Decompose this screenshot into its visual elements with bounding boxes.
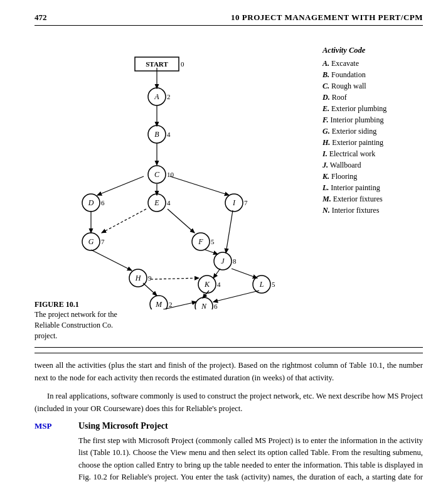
svg-text:5: 5 bbox=[211, 238, 215, 245]
legend-item-G: G. Exterior siding bbox=[323, 126, 423, 137]
page-title: 10 PROJECT MANAGEMENT WITH PERT/CPM bbox=[231, 13, 423, 23]
legend-item-B: B. Foundation bbox=[323, 69, 423, 80]
svg-text:F: F bbox=[198, 237, 203, 246]
legend-title: Activity Code bbox=[323, 46, 423, 55]
legend-item-C: C. Rough wall bbox=[323, 80, 423, 92]
svg-text:8: 8 bbox=[233, 257, 237, 265]
legend-item-H: H. Exterior painting bbox=[323, 137, 423, 148]
svg-text:C: C bbox=[154, 170, 160, 179]
svg-text:A: A bbox=[154, 92, 159, 101]
svg-text:N: N bbox=[201, 302, 207, 309]
legend-item-L: L. Interior painting bbox=[323, 182, 423, 193]
svg-text:G: G bbox=[88, 237, 94, 246]
legend-item-D: D. Roof bbox=[323, 92, 423, 103]
svg-text:M: M bbox=[155, 300, 163, 309]
svg-text:K: K bbox=[204, 280, 210, 289]
legend-item-E: E. Exterior plumbing bbox=[323, 103, 423, 114]
text-paragraph-1: tween all the activities (plus the start… bbox=[35, 360, 423, 384]
svg-line-10 bbox=[91, 250, 132, 270]
svg-line-12 bbox=[143, 283, 157, 296]
svg-text:4: 4 bbox=[167, 199, 171, 206]
text-section: tween all the activities (plus the start… bbox=[35, 353, 423, 482]
svg-text:L: L bbox=[259, 280, 264, 289]
svg-line-9 bbox=[226, 210, 233, 253]
legend-item-N: N. Interior fixtures bbox=[323, 205, 423, 216]
svg-line-17 bbox=[203, 291, 209, 298]
svg-text:D: D bbox=[88, 198, 94, 207]
legend-item-K: K. Flooring bbox=[323, 171, 423, 182]
legend-item-M: M. Exterior fixtures bbox=[323, 193, 423, 205]
svg-line-18 bbox=[213, 291, 259, 302]
figure-caption-text: The project network for the Reliable Con… bbox=[35, 309, 135, 341]
svg-text:H: H bbox=[135, 274, 142, 282]
svg-text:2: 2 bbox=[167, 93, 171, 100]
svg-line-7 bbox=[102, 209, 146, 233]
svg-line-14 bbox=[213, 269, 220, 278]
svg-text:4: 4 bbox=[167, 131, 171, 138]
legend-item-J: J. Wallboard bbox=[323, 159, 423, 171]
figure-section: START 0 A 2 B 4 C 10 D 6 bbox=[35, 33, 423, 312]
network-diagram: START 0 A 2 B 4 C 10 D 6 bbox=[35, 33, 323, 312]
activity-legend: Activity Code A. Excavate B. Foundation … bbox=[323, 33, 423, 216]
msp-label: MSP bbox=[35, 421, 66, 482]
svg-text:5: 5 bbox=[272, 281, 275, 288]
svg-text:2: 2 bbox=[169, 301, 173, 308]
page: 472 10 PROJECT MANAGEMENT WITH PERT/CPM bbox=[0, 0, 448, 482]
svg-text:4: 4 bbox=[217, 281, 221, 288]
svg-line-15 bbox=[232, 269, 257, 278]
msp-section: MSP Using Microsoft Project The first st… bbox=[35, 421, 423, 482]
svg-text:6: 6 bbox=[101, 199, 105, 206]
msp-heading: Using Microsoft Project bbox=[78, 421, 423, 431]
page-header: 472 10 PROJECT MANAGEMENT WITH PERT/CPM bbox=[35, 13, 423, 26]
svg-line-8 bbox=[168, 209, 195, 233]
svg-text:J: J bbox=[221, 257, 225, 265]
svg-text:I: I bbox=[232, 198, 236, 207]
svg-text:6: 6 bbox=[214, 303, 218, 309]
svg-line-5 bbox=[170, 176, 229, 195]
network-svg: START 0 A 2 B 4 C 10 D 6 bbox=[35, 33, 304, 309]
svg-text:E: E bbox=[154, 198, 159, 207]
msp-paragraph: The first step with Microsoft Project (c… bbox=[78, 435, 423, 482]
svg-line-13 bbox=[151, 278, 199, 279]
svg-text:0: 0 bbox=[181, 60, 184, 68]
legend-items: A. Excavate B. Foundation C. Rough wall … bbox=[323, 58, 423, 216]
section-divider bbox=[35, 347, 423, 348]
svg-text:B: B bbox=[154, 130, 159, 139]
msp-content: Using Microsoft Project The first step w… bbox=[78, 421, 423, 482]
svg-line-3 bbox=[97, 176, 144, 195]
text-paragraph-2: In real applications, software commonly … bbox=[35, 390, 423, 415]
start-label: START bbox=[146, 60, 168, 68]
page-number: 472 bbox=[35, 13, 47, 23]
svg-text:9: 9 bbox=[148, 274, 152, 282]
svg-line-11 bbox=[205, 250, 218, 254]
svg-line-16 bbox=[163, 302, 196, 309]
svg-text:7: 7 bbox=[244, 199, 248, 206]
legend-item-F: F. Interior plumbing bbox=[323, 114, 423, 126]
svg-text:7: 7 bbox=[101, 238, 105, 245]
legend-item-I: I. Electrical work bbox=[323, 148, 423, 159]
svg-text:10: 10 bbox=[167, 171, 174, 178]
legend-item-A: A. Excavate bbox=[323, 58, 423, 69]
